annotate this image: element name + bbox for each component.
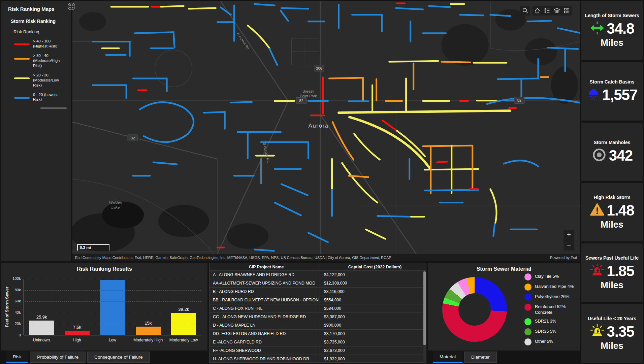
legend-item: > 40 - 100 (Highest Risk) xyxy=(14,39,67,49)
table-body: A - ALONG SHAWNEE AND ELDRIDGE RD$4,122,… xyxy=(210,271,426,363)
svg-text:82: 82 xyxy=(131,136,135,140)
chart-title: Risk Ranking Results xyxy=(1,263,207,272)
y-axis-ticks: 100k80k60k40k20k0 xyxy=(9,279,24,335)
x-axis-labels: UnknownHighLowModerately HighModerately … xyxy=(24,338,201,342)
search-icon[interactable] xyxy=(520,6,530,15)
zoom-out-button[interactable]: − xyxy=(564,240,574,251)
stat-value: 1.48 xyxy=(607,202,634,219)
main-column: Risk Ranking Maps Storm Risk Ranking Ris… xyxy=(1,1,580,363)
tab-material[interactable]: Material xyxy=(433,352,462,363)
table-header-cell: Captial Cost (2022 Dollars) xyxy=(320,263,426,271)
stat-row: 1.48 xyxy=(590,202,634,219)
donut-legend: Clay Tile 5%Galvanized Pipe 4%Polyethyle… xyxy=(524,273,574,345)
y-tick-label: 100k xyxy=(12,276,21,280)
x-axis-category-label: Low xyxy=(96,338,129,342)
legend-item-label: > 40 - 100 (Highest Risk) xyxy=(33,39,65,49)
route-shield: 82 xyxy=(514,97,524,103)
cip-project-name-cell: D - ALONG MAPLE LN xyxy=(210,321,320,330)
table-scrollbar-thumb[interactable] xyxy=(423,271,426,345)
legend-swatch-line xyxy=(14,58,30,60)
legend-horizontal-scrollbar[interactable] xyxy=(40,107,67,109)
cip-project-name-cell: DD- EGGLESTON AND GARFIELD RD xyxy=(210,330,320,338)
legend-swatch-line xyxy=(14,97,30,99)
stats-column: Length of Storm Sewers34.8MilesStorm Cat… xyxy=(581,1,643,363)
stat-card: Useful Life < 20 Years3.35Miles xyxy=(581,304,643,363)
legend-item-label: > 30 - 40 (Moderate/High Risk) xyxy=(33,53,65,68)
stat-row: 34.8 xyxy=(590,20,634,37)
table-row[interactable]: AA-ALLOTMENT-SEWER UPSIZING AND POND MOD… xyxy=(210,279,426,288)
legend-item-label: 0 - 20 (Lowest Risk) xyxy=(33,92,65,102)
legend-swatch-line xyxy=(14,77,30,79)
stat-row: 1.85 xyxy=(590,263,634,279)
stat-value: 1.85 xyxy=(607,263,634,279)
donut-legend-label: SDR21 3% xyxy=(535,318,556,324)
table-row[interactable]: A - ALONG SHAWNEE AND ELDRIDGE RD$4,122,… xyxy=(210,271,426,279)
map-toolbar xyxy=(520,6,572,15)
cip-project-name-cell: H- ALONG SHERWOOD DR AND ROBINHOOD DR xyxy=(210,355,320,363)
cip-project-name-cell: FF -ALONG SHERWOOD xyxy=(210,346,320,355)
lake-label-2: Lake xyxy=(111,205,120,209)
table-row[interactable]: FF -ALONG SHERWOOD$2,673,000 xyxy=(210,346,426,355)
tab-probability-of-failure[interactable]: Probability of Failure xyxy=(30,352,86,363)
donut-legend-swatch xyxy=(524,318,532,325)
capital-cost-cell: $3,735,000 xyxy=(320,338,426,346)
table-scrollbar[interactable] xyxy=(423,271,426,361)
stat-value: 34.8 xyxy=(607,20,634,37)
siren-icon xyxy=(590,324,605,340)
bar-value-label: 25.9k xyxy=(36,315,47,320)
tab-diameter[interactable]: Diameter xyxy=(464,352,497,363)
bar-group: 39.2k xyxy=(167,279,200,335)
donut-legend-label: Reinforced 52%Concrete xyxy=(535,304,566,315)
stat-label: High Risk Storm xyxy=(594,195,631,200)
stat-card: High Risk Storm1.48Miles xyxy=(581,183,643,241)
bar xyxy=(65,331,90,335)
bar-group: 15k xyxy=(131,279,165,335)
bar-group: 25.9k xyxy=(25,279,59,335)
stat-card: Length of Storm Sewers34.8Miles xyxy=(581,1,643,60)
width-arrows-icon xyxy=(590,21,605,37)
risk-chart-block: Risk Ranking Results Feet of Storm Sewer… xyxy=(1,263,207,363)
donut-title: Storm Sewer Material xyxy=(428,263,580,272)
table-row[interactable]: CC - ALONG NEW HUDSON AND ELDRIDGE RD$3,… xyxy=(210,313,426,321)
rain-cloud-icon xyxy=(586,88,600,102)
map[interactable]: 306828282 Breezy Point Park Aurora Walde… xyxy=(72,1,580,261)
table-row[interactable]: B - ALONG HURD RD$3,116,000 xyxy=(210,288,426,296)
donut-chart xyxy=(442,277,507,342)
route-shield: 82 xyxy=(296,97,306,104)
home-icon[interactable] xyxy=(533,6,542,15)
x-axis-category-label: Unknown xyxy=(25,338,58,342)
x-axis-category-label: High xyxy=(60,338,94,342)
bar-group xyxy=(96,279,129,335)
table-row[interactable]: BB - RAILROAD CULVERT AT NEW HUDSON - OP… xyxy=(210,296,426,304)
donut-legend-label: SDR35 5% xyxy=(535,328,556,334)
basemap-gallery-icon[interactable] xyxy=(562,6,572,15)
stat-card: Sewers Past Useful Life1.85Miles xyxy=(581,243,643,302)
x-axis-category-label: Moderately Low xyxy=(167,338,200,342)
layers-icon[interactable] xyxy=(552,6,562,15)
table-row[interactable]: DD- EGGLESTON AND GARFIELD RD$3,170,000 xyxy=(210,330,426,338)
legend-swatch-line xyxy=(14,43,30,45)
tab-consequence-of-failure[interactable]: Consequence of Failure xyxy=(87,352,150,363)
table-row[interactable]: D - ALONG MAPLE LN$900,000 xyxy=(210,321,426,330)
legend-item: 0 - 20 (Lowest Risk) xyxy=(14,92,67,102)
donut-legend-label: Galvanized Pipe 4% xyxy=(535,284,574,290)
zoom-in-button[interactable]: + xyxy=(564,230,574,240)
y-tick-label: 60k xyxy=(14,299,21,303)
tab-risk[interactable]: Risk xyxy=(6,352,28,363)
legend-list-icon[interactable] xyxy=(542,6,552,15)
scale-bar: 0.3 mi xyxy=(77,244,109,251)
cip-project-name-cell: A - ALONG SHAWNEE AND ELDRIDGE RD xyxy=(210,271,320,279)
table-row[interactable]: C - ALONG FOX RUN TRL$584,000 xyxy=(210,304,426,313)
legend-items: > 40 - 100 (Highest Risk)> 30 - 40 (Mode… xyxy=(14,39,67,102)
table-row[interactable]: E -ALONG GARFIELD RD$3,735,000 xyxy=(210,338,426,346)
stat-value: 3.35 xyxy=(607,323,634,340)
park-label-2: Point Park xyxy=(300,94,317,98)
park-label: Breezy xyxy=(302,89,314,93)
table-row[interactable]: H- ALONG SHERWOOD DR AND ROBINHOOD DR$1,… xyxy=(210,355,426,363)
stat-label: Storm Catch Basins xyxy=(589,79,634,85)
map-canvas[interactable]: 306828282 Breezy Point Park Aurora Walde… xyxy=(72,1,580,254)
plot-area: 25.9k7.6k15k39.2k xyxy=(24,279,201,335)
siren-icon xyxy=(590,263,605,279)
expand-panel-icon[interactable] xyxy=(67,2,75,10)
svg-text:82: 82 xyxy=(517,98,521,102)
